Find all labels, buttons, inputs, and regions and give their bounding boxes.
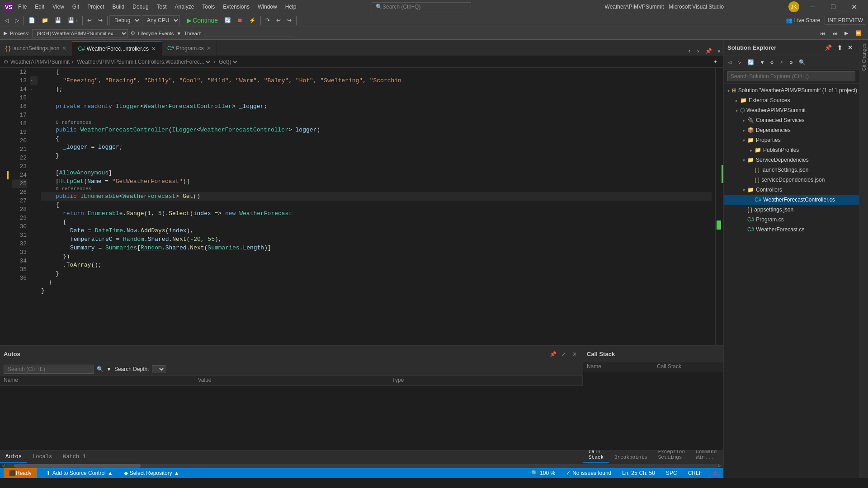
tree-weather-forecast[interactable]: ▸ C# WeatherForecast.cs xyxy=(724,225,859,235)
cursor-status[interactable]: Ln: 25 Ch: 50 xyxy=(620,470,657,476)
breadcrumb-project[interactable]: WeatherAPIMVPSummit xyxy=(10,59,70,65)
tab-scroll-left[interactable]: ‹ xyxy=(685,47,693,56)
debug-nav3[interactable]: ▶ xyxy=(842,29,851,37)
forward-button[interactable]: ▷ xyxy=(12,16,22,24)
repo-status[interactable]: ◆ Select Repository ▲ xyxy=(122,470,181,476)
se-settings-button[interactable]: ⚙ xyxy=(787,58,795,67)
se-pin-button[interactable]: 📌 xyxy=(822,43,835,52)
tab-watch1[interactable]: Watch 1 xyxy=(57,452,91,463)
tab-exception[interactable]: Exception Settings xyxy=(653,450,690,463)
open-button[interactable]: 📁 xyxy=(39,16,51,24)
menu-project[interactable]: Project xyxy=(84,3,108,11)
int-preview-button[interactable]: INT PREVIEW xyxy=(825,16,866,25)
restart-button[interactable]: 🔄 xyxy=(222,16,234,24)
continue-button[interactable]: ▶ Continue xyxy=(184,16,221,25)
debug-nav4[interactable]: ⏩ xyxy=(853,29,864,37)
close-button[interactable]: ✕ xyxy=(844,0,864,14)
global-search[interactable]: 🔍 Search (Ctrl+Q) xyxy=(372,2,471,11)
platform-dropdown[interactable]: Any CPU xyxy=(142,15,180,25)
tree-properties[interactable]: ▾ 📁 Properties xyxy=(724,135,859,145)
save-all-button[interactable]: 💾+ xyxy=(65,16,80,24)
menu-build[interactable]: Build xyxy=(109,3,128,11)
menu-extensions[interactable]: Extensions xyxy=(219,3,253,11)
tab-weathercontroller-close[interactable]: ✕ xyxy=(151,46,156,52)
tab-launchsettings-close[interactable]: ✕ xyxy=(62,45,66,52)
se-properties-button[interactable]: ⚙ xyxy=(768,58,776,67)
se-close-button[interactable]: ✕ xyxy=(845,43,855,52)
new-file-button[interactable]: 📄 xyxy=(26,16,38,24)
tree-project[interactable]: ▾ ⬡ WeatherAPIMVPSummit xyxy=(724,105,859,115)
se-search-button[interactable]: 🔍 xyxy=(796,58,808,67)
undo-button[interactable]: ↩ xyxy=(85,16,94,24)
menu-view[interactable]: View xyxy=(49,3,68,11)
tab-callstack[interactable]: Call Stack xyxy=(583,450,609,463)
stop-button[interactable]: ⏹ xyxy=(235,16,245,24)
step-over-button[interactable]: ↷ xyxy=(263,16,273,24)
minimize-button[interactable]: ─ xyxy=(802,0,823,14)
tree-connected-services[interactable]: ▸ 🔌 Connected Services xyxy=(724,115,859,125)
attach-button[interactable]: ⚡ xyxy=(246,16,259,24)
panel-pin-button[interactable]: 📌 xyxy=(548,350,557,359)
tree-service-deps[interactable]: ▾ 📁 ServiceDependencies xyxy=(724,155,859,165)
error-status[interactable]: ⚠ xyxy=(711,470,720,476)
tab-program[interactable]: C# Program.cs ✕ xyxy=(162,41,217,56)
search-depth-select[interactable] xyxy=(152,365,165,373)
step-out-button[interactable]: ↪ xyxy=(284,16,294,24)
tree-controllers[interactable]: ▾ 📁 Controllers xyxy=(724,185,859,195)
tab-breakpoints[interactable]: Breakpoints xyxy=(609,453,653,463)
menu-analyze[interactable]: Analyze xyxy=(171,3,198,11)
debug-mode-dropdown[interactable]: Debug xyxy=(109,15,141,25)
issues-status[interactable]: ✓ No issues found xyxy=(564,470,613,476)
scrollbar-thumb[interactable] xyxy=(14,464,141,468)
se-arrow-button[interactable]: ⬆ xyxy=(835,43,845,52)
tree-weather-controller[interactable]: ▸ C# WeatherForecastController.cs xyxy=(724,195,859,205)
tree-publishprofiles[interactable]: ▸ 📁 PublishProfiles xyxy=(724,145,859,155)
menu-help[interactable]: Help xyxy=(282,3,300,11)
tab-program-close[interactable]: ✕ xyxy=(207,45,211,52)
panel-close-button[interactable]: ✕ xyxy=(570,350,579,359)
code-content[interactable]: { "Freezing", "Bracing", "Chilly", "Cool… xyxy=(38,68,715,345)
user-avatar[interactable]: JK xyxy=(788,1,799,12)
breadcrumb-class-select[interactable]: WeatherAPIMVPSummit.Controllers.WeatherF… xyxy=(75,58,212,66)
code-editor[interactable]: 12131415 16171819 20212223 2425 26272829… xyxy=(0,68,723,345)
tree-service-deps-json[interactable]: ▸ { } serviceDependencies.json xyxy=(724,175,859,185)
thread-input[interactable] xyxy=(204,30,294,37)
process-dropdown[interactable]: [9404] WeatherAPIMVPSummit.ex... xyxy=(32,29,128,38)
editor-scrollbar[interactable]: ◁ ▷ xyxy=(0,463,723,468)
maximize-button[interactable]: □ xyxy=(823,0,844,14)
menu-tools[interactable]: Tools xyxy=(198,3,218,11)
se-search-input[interactable] xyxy=(727,71,855,81)
menu-test[interactable]: Test xyxy=(153,3,170,11)
tab-locals[interactable]: Locals xyxy=(27,452,57,463)
step-into-button[interactable]: ↩ xyxy=(274,16,283,24)
back-button[interactable]: ◁ xyxy=(2,16,11,24)
tree-solution[interactable]: ▾ ⊞ Solution 'WeatherAPIMVPSummit' (1 of… xyxy=(724,85,859,95)
menu-file[interactable]: File xyxy=(14,3,30,11)
autos-search[interactable] xyxy=(4,365,94,374)
tab-autos[interactable]: Autos xyxy=(0,452,27,463)
scrollbar-track[interactable] xyxy=(5,464,718,468)
menu-edit[interactable]: Edit xyxy=(31,3,48,11)
se-forward-button[interactable]: ▷ xyxy=(735,58,744,67)
se-back-button[interactable]: ◁ xyxy=(726,58,734,67)
tab-scroll-right[interactable]: › xyxy=(694,47,703,56)
line-ending-status[interactable]: CRLF xyxy=(686,470,704,476)
panel-float-button[interactable]: ⤢ xyxy=(559,350,568,359)
menu-debug[interactable]: Debug xyxy=(129,3,152,11)
tab-close-all[interactable]: ✕ xyxy=(715,47,723,56)
tab-launchsettings[interactable]: { } launchSettings.json ✕ xyxy=(0,41,72,56)
tree-external-sources[interactable]: ▸ 📁 External Sources xyxy=(724,95,859,105)
live-share-button[interactable]: 👥 Live Share xyxy=(782,16,824,24)
tab-weathercontroller[interactable]: C# WeatherForec...ntroller.cs ✕ xyxy=(72,41,162,56)
tree-program[interactable]: ▸ C# Program.cs xyxy=(724,215,859,225)
debug-nav1[interactable]: ⏮ xyxy=(817,29,828,37)
menu-window[interactable]: Window xyxy=(254,3,281,11)
encoding-status[interactable]: SPC xyxy=(664,470,679,476)
save-button[interactable]: 💾 xyxy=(52,16,64,24)
tree-launch-settings[interactable]: ▸ { } launchSettings.json xyxy=(724,165,859,175)
se-filter-button[interactable]: ⚡ xyxy=(777,58,786,67)
debug-nav2[interactable]: ⏭ xyxy=(830,29,840,37)
source-control-status[interactable]: ⬆ Add to Source Control ▲ xyxy=(44,470,115,476)
se-refresh-button[interactable]: 🔄 xyxy=(745,58,757,67)
menu-git[interactable]: Git xyxy=(69,3,83,11)
